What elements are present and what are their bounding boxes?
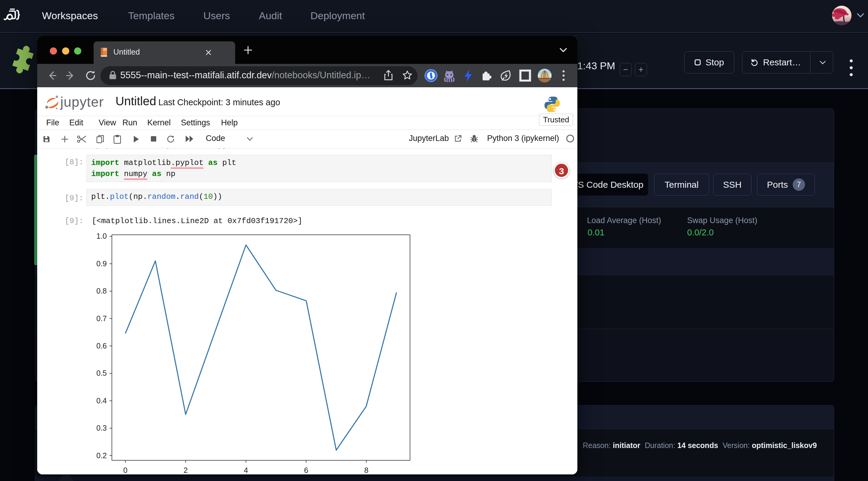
svg-text:0.7: 0.7 <box>96 314 107 323</box>
svg-text:2: 2 <box>184 466 188 474</box>
svg-text:6: 6 <box>304 466 308 474</box>
svg-text:0.5: 0.5 <box>96 369 107 377</box>
svg-text:0.9: 0.9 <box>96 259 107 268</box>
svg-text:1.0: 1.0 <box>96 232 107 240</box>
svg-text:8: 8 <box>364 466 368 474</box>
svg-text:0.3: 0.3 <box>96 424 107 432</box>
svg-text:0: 0 <box>123 466 127 474</box>
svg-text:0.2: 0.2 <box>96 451 107 460</box>
svg-text:0.8: 0.8 <box>96 287 107 295</box>
svg-text:4: 4 <box>244 466 248 474</box>
svg-text:0.4: 0.4 <box>96 396 107 405</box>
svg-text:0.6: 0.6 <box>96 342 107 350</box>
